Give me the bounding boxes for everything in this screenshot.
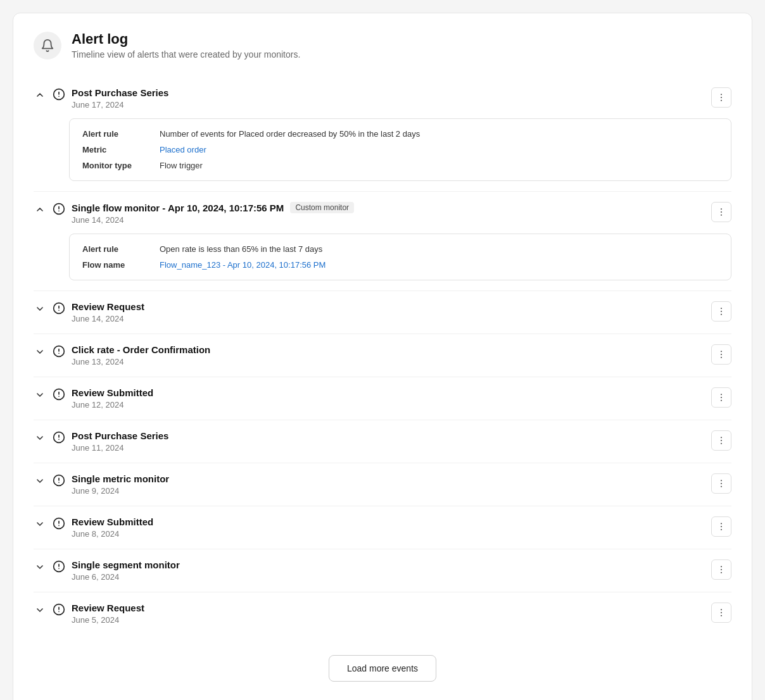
svg-point-58	[721, 612, 722, 613]
detail-row: Monitor type Flow trigger	[82, 161, 718, 170]
alert-date: June 14, 2024	[72, 314, 711, 323]
page-subtitle: Timeline view of alerts that were create…	[72, 49, 300, 59]
alert-row: Single flow monitor - Apr 10, 2024, 10:1…	[34, 202, 731, 225]
detail-row: Flow name Flow_name_123 - Apr 10, 2024, …	[82, 260, 718, 270]
detail-label: Alert rule	[82, 129, 152, 139]
more-options-button[interactable]	[711, 603, 731, 623]
ellipsis-icon	[716, 349, 726, 359]
detail-row: Alert rule Open rate is less than 65% in…	[82, 244, 718, 254]
svg-point-9	[721, 209, 722, 210]
alert-warning-icon	[53, 345, 65, 360]
more-options-button[interactable]	[711, 387, 731, 408]
chevron-toggle-button[interactable]	[34, 203, 46, 216]
detail-label: Metric	[82, 145, 152, 154]
svg-point-21	[721, 351, 722, 353]
ellipsis-icon	[716, 207, 726, 217]
more-options-button[interactable]	[711, 344, 731, 365]
custom-badge: Custom monitor	[290, 202, 354, 213]
alert-warning-icon	[53, 302, 65, 317]
detail-row: Metric Placed order	[82, 145, 718, 154]
detail-label: Alert rule	[82, 244, 152, 254]
chevron-toggle-button[interactable]	[34, 475, 46, 487]
detail-value: Open rate is less than 65% in the last 7…	[160, 244, 322, 254]
alert-info: Review Submitted June 12, 2024	[72, 387, 711, 409]
page-header: Alert log Timeline view of alerts that w…	[34, 31, 731, 59]
alert-title-row: Review Request	[72, 603, 711, 613]
alert-info: Post Purchase Series June 17, 2024	[72, 87, 711, 109]
alert-left: Review Submitted June 12, 2024	[34, 387, 711, 409]
chevron-toggle-button[interactable]	[34, 561, 46, 573]
load-more-container: Load more events	[34, 655, 731, 682]
load-more-button[interactable]: Load more events	[329, 655, 436, 682]
alert-item: Click rate - Order Confirmation June 13,…	[34, 334, 731, 377]
chevron-toggle-button[interactable]	[34, 432, 46, 444]
alert-item: Post Purchase Series June 11, 2024	[34, 420, 731, 463]
alert-warning-icon	[53, 517, 65, 532]
ellipsis-icon	[716, 392, 726, 403]
svg-point-46	[721, 526, 722, 527]
page-title: Alert log	[72, 31, 300, 47]
detail-value: Number of events for Placed order decrea…	[160, 129, 420, 139]
more-options-button[interactable]	[711, 559, 731, 580]
more-options-button[interactable]	[711, 430, 731, 451]
alert-date: June 17, 2024	[72, 100, 711, 109]
svg-point-5	[721, 100, 722, 101]
alert-date: June 14, 2024	[72, 215, 711, 225]
alert-warning-icon	[53, 388, 65, 403]
ellipsis-icon	[716, 92, 726, 103]
chevron-toggle-button[interactable]	[34, 389, 46, 401]
alert-warning-icon	[53, 431, 65, 446]
svg-point-11	[721, 215, 722, 216]
svg-point-45	[721, 523, 722, 525]
alert-row: Review Request June 5, 2024	[34, 603, 731, 625]
detail-link[interactable]: Flow_name_123 - Apr 10, 2024, 10:17:56 P…	[160, 260, 326, 270]
alert-name: Review Request	[72, 603, 144, 613]
svg-point-3	[721, 94, 722, 96]
alert-left: Single segment monitor June 6, 2024	[34, 559, 711, 582]
chevron-toggle-button[interactable]	[34, 89, 46, 101]
alert-info: Single segment monitor June 6, 2024	[72, 559, 711, 582]
alert-left: Single metric monitor June 9, 2024	[34, 473, 711, 496]
alert-title-row: Post Purchase Series	[72, 87, 711, 98]
page-container: Alert log Timeline view of alerts that w…	[13, 13, 752, 700]
more-options-button[interactable]	[711, 516, 731, 537]
alert-left: Review Request June 14, 2024	[34, 301, 711, 323]
alert-info: Single metric monitor June 9, 2024	[72, 473, 711, 496]
alert-info: Post Purchase Series June 11, 2024	[72, 430, 711, 453]
chevron-toggle-button[interactable]	[34, 518, 46, 530]
more-options-button[interactable]	[711, 87, 731, 108]
detail-label: Flow name	[82, 260, 152, 270]
header-text: Alert log Timeline view of alerts that w…	[72, 31, 300, 59]
alert-date: June 6, 2024	[72, 572, 711, 582]
chevron-toggle-button[interactable]	[34, 604, 46, 616]
bell-icon	[34, 32, 61, 59]
alert-left: Click rate - Order Confirmation June 13,…	[34, 344, 711, 366]
more-options-button[interactable]	[711, 202, 731, 222]
alert-title-row: Review Submitted	[72, 387, 711, 398]
more-options-button[interactable]	[711, 473, 731, 494]
chevron-toggle-button[interactable]	[34, 303, 46, 315]
svg-point-53	[721, 572, 722, 573]
alert-left: Post Purchase Series June 11, 2024	[34, 430, 711, 453]
alert-row: Review Submitted June 12, 2024	[34, 387, 731, 409]
svg-point-29	[721, 400, 722, 401]
svg-point-41	[721, 486, 722, 487]
svg-point-27	[721, 394, 722, 396]
chevron-toggle-button[interactable]	[34, 346, 46, 358]
alert-left: Review Request June 5, 2024	[34, 603, 711, 625]
svg-point-15	[721, 308, 722, 309]
detail-value: Flow trigger	[160, 161, 203, 170]
detail-row: Alert rule Number of events for Placed o…	[82, 129, 718, 139]
alert-row: Review Request June 14, 2024	[34, 301, 731, 323]
ellipsis-icon	[716, 522, 726, 532]
alert-detail-card: Alert rule Open rate is less than 65% in…	[69, 234, 731, 280]
alert-info: Single flow monitor - Apr 10, 2024, 10:1…	[72, 202, 711, 225]
alert-title-row: Review Submitted	[72, 516, 711, 527]
svg-point-16	[721, 311, 722, 312]
detail-link[interactable]: Placed order	[160, 145, 206, 154]
svg-point-47	[721, 529, 722, 530]
ellipsis-icon	[716, 565, 726, 575]
alert-warning-icon	[53, 603, 65, 618]
svg-point-35	[721, 443, 722, 444]
more-options-button[interactable]	[711, 301, 731, 322]
